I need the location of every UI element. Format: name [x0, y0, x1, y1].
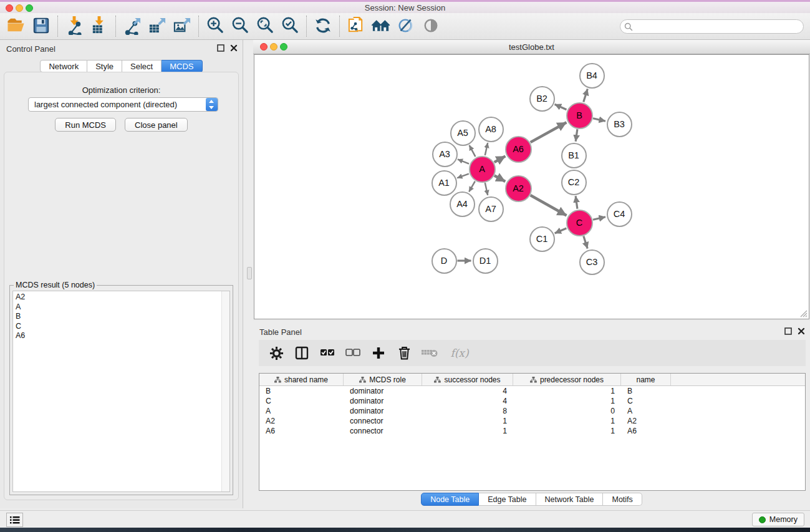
toggle-graphics-details-button[interactable]	[393, 14, 418, 38]
delete-column-button[interactable]	[397, 346, 412, 360]
tab-network-table[interactable]: Network Table	[536, 493, 604, 506]
graph-node-A4[interactable]: A4	[450, 191, 475, 217]
graph-node-C[interactable]: C	[566, 210, 593, 236]
cell-MCDS-role[interactable]: dominator	[344, 387, 422, 395]
zoom-out-button[interactable]	[228, 14, 253, 38]
edge-A-A2[interactable]	[494, 176, 505, 181]
edge-A-A8[interactable]	[485, 143, 488, 155]
export-network-button[interactable]	[120, 14, 145, 38]
cell-MCDS-role[interactable]: connector	[344, 427, 422, 435]
mcds-result-item[interactable]: A2	[16, 293, 229, 302]
cell-predecessor-nodes[interactable]: 1	[513, 387, 621, 395]
network-canvas[interactable]: B4B2BB3A5A8A6B1A3AC2A1A2A4A7C4CC1DD1C3	[254, 54, 809, 319]
cell-successor-nodes[interactable]: 4	[422, 397, 513, 405]
toggle-column-display-button[interactable]	[294, 346, 309, 360]
column-header-predecessor-nodes[interactable]: predecessor nodes	[513, 374, 621, 385]
cell-successor-nodes[interactable]: 4	[422, 387, 513, 395]
export-table-button[interactable]	[145, 14, 170, 38]
edge-C-C4[interactable]	[593, 217, 605, 220]
edge-A2-C[interactable]	[531, 195, 567, 215]
graph-node-C3[interactable]: C3	[579, 249, 605, 275]
edge-C-C1[interactable]	[555, 228, 567, 233]
mcds-result-item[interactable]: C	[16, 322, 229, 332]
tab-node-table[interactable]: Node Table	[421, 493, 479, 506]
mcds-result-item[interactable]: B	[16, 312, 229, 322]
import-network-button[interactable]	[62, 14, 87, 38]
search-box[interactable]	[620, 19, 804, 34]
run-mcds-button[interactable]: Run MCDS	[55, 118, 116, 132]
tab-mcds[interactable]: MCDS	[162, 60, 202, 72]
float-table-panel-icon[interactable]	[784, 327, 792, 335]
cell-successor-nodes[interactable]: 1	[422, 417, 513, 425]
graph-node-B[interactable]: B	[566, 102, 593, 129]
graph-node-A5[interactable]: A5	[450, 120, 476, 146]
edge-A-A4[interactable]	[469, 181, 475, 192]
open-session-button[interactable]	[4, 14, 29, 38]
table-row[interactable]: Adominator80A	[259, 406, 805, 416]
export-image-button[interactable]	[170, 14, 195, 38]
node-table[interactable]: shared nameMCDS rolesuccessor nodesprede…	[259, 373, 806, 491]
graph-node-C4[interactable]: C4	[607, 201, 632, 227]
deselect-all-button[interactable]	[345, 346, 360, 360]
cell-predecessor-nodes[interactable]: 1	[513, 397, 621, 405]
close-table-panel-icon[interactable]	[798, 327, 805, 335]
tab-edge-table[interactable]: Edge Table	[479, 493, 536, 506]
mcds-result-list[interactable]: A2ABCA6	[12, 291, 230, 492]
graph-node-C1[interactable]: C1	[529, 226, 555, 252]
tab-select[interactable]: Select	[122, 60, 162, 72]
clone-network-button[interactable]	[344, 14, 369, 38]
graph-node-B2[interactable]: B2	[529, 86, 555, 112]
edge-A-A7[interactable]	[485, 183, 488, 195]
result-scrollbar[interactable]	[221, 291, 229, 491]
table-row[interactable]: A6connector11A6	[259, 426, 805, 436]
cell-shared-name[interactable]: A	[259, 407, 344, 415]
task-history-button[interactable]	[6, 513, 23, 527]
edge-B-B1[interactable]	[576, 129, 577, 141]
graph-node-B1[interactable]: B1	[561, 143, 587, 168]
zoom-fit-button[interactable]	[253, 14, 277, 38]
tab-network[interactable]: Network	[40, 60, 87, 72]
float-panel-icon[interactable]	[217, 44, 224, 52]
cell-predecessor-nodes[interactable]: 0	[513, 407, 621, 415]
cell-name[interactable]: A2	[621, 417, 671, 425]
cell-shared-name[interactable]: C	[259, 397, 344, 405]
edge-A-A6[interactable]	[494, 156, 506, 162]
cell-MCDS-role[interactable]: connector	[344, 417, 422, 425]
table-row[interactable]: A2connector11A2	[259, 416, 805, 426]
edge-C-C3[interactable]	[584, 236, 587, 248]
tab-style[interactable]: Style	[87, 60, 122, 72]
cell-shared-name[interactable]: A2	[259, 417, 344, 425]
cell-predecessor-nodes[interactable]: 1	[513, 427, 621, 435]
graph-node-A8[interactable]: A8	[478, 117, 504, 142]
cell-name[interactable]: A6	[621, 427, 671, 435]
refresh-layout-button[interactable]	[311, 14, 335, 38]
cell-MCDS-role[interactable]: dominator	[344, 407, 422, 415]
column-header-name[interactable]: name	[621, 374, 671, 385]
home-button[interactable]	[369, 14, 393, 38]
edge-A6-B[interactable]	[531, 122, 567, 142]
criterion-dropdown[interactable]: largest connected component (directed)	[28, 97, 218, 112]
select-all-button[interactable]	[320, 346, 335, 360]
cell-MCDS-role[interactable]: dominator	[344, 397, 422, 405]
close-panel-icon[interactable]	[230, 44, 238, 52]
edge-A-A5[interactable]	[470, 145, 476, 157]
attribute-settings-button[interactable]	[269, 346, 284, 360]
zoom-in-button[interactable]	[203, 14, 228, 38]
resize-grip-icon[interactable]	[799, 309, 808, 317]
delete-table-button[interactable]	[422, 346, 437, 360]
cell-shared-name[interactable]: B	[259, 387, 344, 395]
import-table-button[interactable]	[87, 14, 112, 38]
cell-predecessor-nodes[interactable]: 1	[513, 417, 621, 425]
cell-successor-nodes[interactable]: 8	[422, 407, 513, 415]
edge-B-B4[interactable]	[584, 89, 588, 102]
column-header-successor-nodes[interactable]: successor nodes	[422, 374, 513, 385]
cell-successor-nodes[interactable]: 1	[422, 427, 513, 435]
edge-A-A3[interactable]	[458, 159, 469, 163]
search-input[interactable]	[633, 21, 803, 32]
graph-node-A6[interactable]: A6	[505, 136, 532, 163]
memory-button[interactable]: Memory	[752, 513, 804, 526]
mcds-result-item[interactable]: A	[16, 302, 229, 312]
graph-node-C2[interactable]: C2	[561, 170, 587, 195]
mcds-result-item[interactable]: A6	[16, 331, 229, 341]
edge-C-C2[interactable]	[576, 196, 577, 208]
